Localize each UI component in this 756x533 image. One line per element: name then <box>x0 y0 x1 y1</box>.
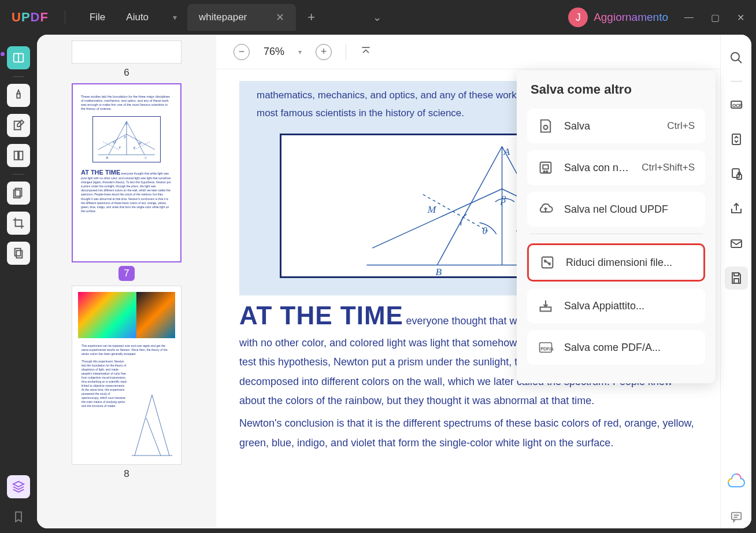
convert-button[interactable] <box>725 128 748 151</box>
doc-heading: AT THE TIME <box>239 301 403 330</box>
item-label: Salva Appiattito... <box>564 300 695 312</box>
svg-rect-50 <box>731 240 742 247</box>
upgrade-link[interactable]: Aggiornamento <box>594 11 668 24</box>
save-as-icon <box>538 160 554 176</box>
layers-button[interactable] <box>7 475 30 498</box>
app-logo: UPDF <box>12 10 49 25</box>
thumbnail-8[interactable]: This experiment can be repeated over and… <box>72 286 181 480</box>
svg-rect-4 <box>19 151 23 160</box>
ocr-button[interactable]: OCR <box>725 93 748 116</box>
svg-text:θ: θ <box>119 145 121 149</box>
divider <box>346 44 346 60</box>
organize-button[interactable] <box>7 242 30 265</box>
highlight-button[interactable] <box>7 84 30 107</box>
thumb-text: These studies laid the foundation for th… <box>81 95 172 112</box>
svg-text:M: M <box>112 140 116 144</box>
zoom-dropdown-icon[interactable]: ▾ <box>298 48 302 56</box>
document-tab[interactable]: whitepaper ✕ <box>187 4 296 31</box>
svg-text:β: β <box>501 194 506 205</box>
bookmark-button[interactable] <box>7 505 30 528</box>
svg-line-44 <box>738 60 742 63</box>
svg-text:OCR: OCR <box>732 103 743 108</box>
svg-rect-53 <box>731 513 741 520</box>
svg-rect-58 <box>543 165 548 169</box>
save-cloud-item[interactable]: Salva nel Cloud UPDF <box>527 192 705 227</box>
divider <box>65 10 65 24</box>
svg-rect-7 <box>15 249 21 256</box>
svg-rect-51 <box>734 273 739 276</box>
svg-text:M: M <box>427 203 437 215</box>
svg-point-56 <box>544 125 548 129</box>
content-wrapper: 6 These studies laid the foundation for … <box>37 35 751 528</box>
main-area: 6 These studies laid the foundation for … <box>0 35 756 533</box>
svg-rect-57 <box>540 162 551 173</box>
save-as-item[interactable]: Salva con nom.. Ctrl+Shift+S <box>527 150 705 185</box>
thumbnail-6[interactable]: 6 <box>72 40 181 79</box>
right-sidebar: OCR <box>720 35 751 528</box>
menu-file[interactable]: File <box>81 8 113 27</box>
svg-line-34 <box>372 189 502 248</box>
zoom-in-button[interactable]: + <box>316 44 332 60</box>
cloud-icon <box>538 201 554 217</box>
view-toolbar: − 76% ▾ + <box>216 35 720 69</box>
svg-text:A: A <box>503 146 510 157</box>
tab-close-icon[interactable]: ✕ <box>276 11 284 24</box>
svg-text:B: B <box>106 155 108 159</box>
svg-point-60 <box>546 171 547 172</box>
svg-text:θ: θ <box>482 225 487 236</box>
pages-button[interactable] <box>7 182 30 205</box>
email-button[interactable] <box>725 232 748 255</box>
tab-list-dropdown[interactable]: ▾ <box>173 13 177 22</box>
svg-line-26 <box>152 395 169 456</box>
pdfa-item[interactable]: PDF/A Salva come PDF/A... <box>527 330 705 365</box>
svg-text:β: β <box>124 135 127 139</box>
svg-text:B: B <box>435 266 442 276</box>
compress-icon <box>539 254 555 271</box>
scroll-top-icon[interactable] <box>360 45 372 59</box>
edit-button[interactable] <box>7 114 30 137</box>
page-number: 8 <box>72 468 181 480</box>
protect-button[interactable] <box>725 162 748 186</box>
minimize-icon[interactable]: — <box>684 12 694 23</box>
item-label: Salva <box>564 120 657 132</box>
item-label: Salva come PDF/A... <box>564 342 695 354</box>
tab-overflow-icon[interactable]: ⌄ <box>373 11 381 24</box>
reduce-size-item[interactable]: Riduci dimensioni file... <box>527 243 705 282</box>
titlebar: UPDF File Aiuto ▾ whitepaper ✕ + ⌄ J Agg… <box>0 0 756 35</box>
item-shortcut: Ctrl+S <box>667 120 695 132</box>
item-label: Salva nel Cloud UPDF <box>564 203 695 216</box>
svg-line-28 <box>146 418 161 456</box>
item-shortcut: Ctrl+Shift+S <box>642 162 695 173</box>
search-button[interactable] <box>725 46 748 69</box>
thumbnail-7[interactable]: These studies laid the foundation for th… <box>72 83 181 281</box>
ai-assistant-button[interactable] <box>725 471 748 494</box>
flatten-item[interactable]: Salva Appiattito... <box>527 288 705 323</box>
svg-rect-63 <box>540 307 551 311</box>
doc-body-2: Newton's conclusion is that it is the di… <box>239 414 697 453</box>
svg-text:M: M <box>138 140 142 145</box>
panel-title: Salva come altro <box>527 82 705 97</box>
svg-rect-62 <box>542 257 553 268</box>
share-button[interactable] <box>725 197 748 220</box>
save-item[interactable]: Salva Ctrl+S <box>527 109 705 143</box>
zoom-out-button[interactable]: − <box>234 44 250 60</box>
thumb-heading: AT THE TIME <box>81 169 120 176</box>
form-button[interactable] <box>7 144 30 167</box>
reader-mode-button[interactable] <box>7 46 30 69</box>
maximize-icon[interactable]: ▢ <box>711 12 720 23</box>
close-icon[interactable]: ✕ <box>737 12 744 23</box>
svg-rect-52 <box>734 279 739 283</box>
page-number: 6 <box>72 67 181 79</box>
avatar[interactable]: J <box>568 8 588 27</box>
indicator-dot <box>1 52 5 56</box>
svg-text:PDF/A: PDF/A <box>540 346 554 351</box>
comment-button[interactable] <box>725 505 748 528</box>
crop-button[interactable] <box>7 212 30 235</box>
menu-help[interactable]: Aiuto <box>118 8 157 27</box>
divider <box>13 174 24 175</box>
thumb-diagram: A B C M β M θ φ <box>92 116 161 162</box>
tab-add-icon[interactable]: + <box>307 10 315 25</box>
svg-text:C: C <box>144 155 147 159</box>
save-as-button[interactable] <box>725 266 748 290</box>
svg-line-11 <box>127 121 144 154</box>
